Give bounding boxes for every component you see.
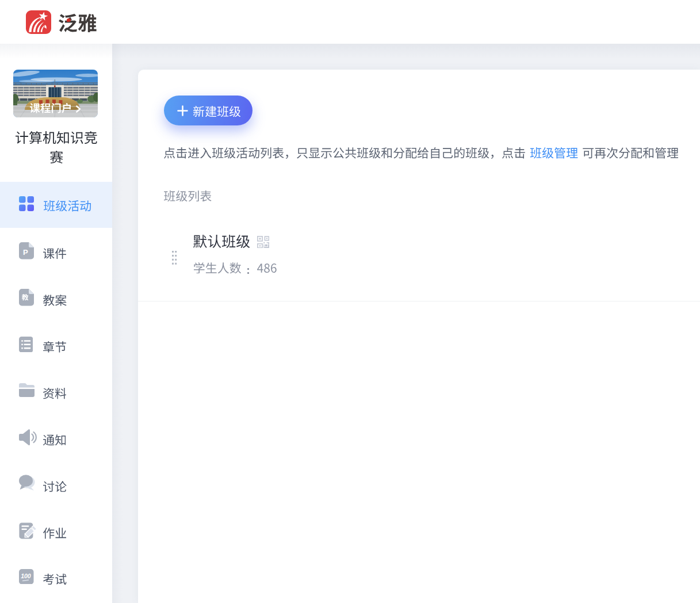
svg-text:100: 100	[21, 572, 31, 579]
svg-text:P: P	[23, 248, 28, 257]
